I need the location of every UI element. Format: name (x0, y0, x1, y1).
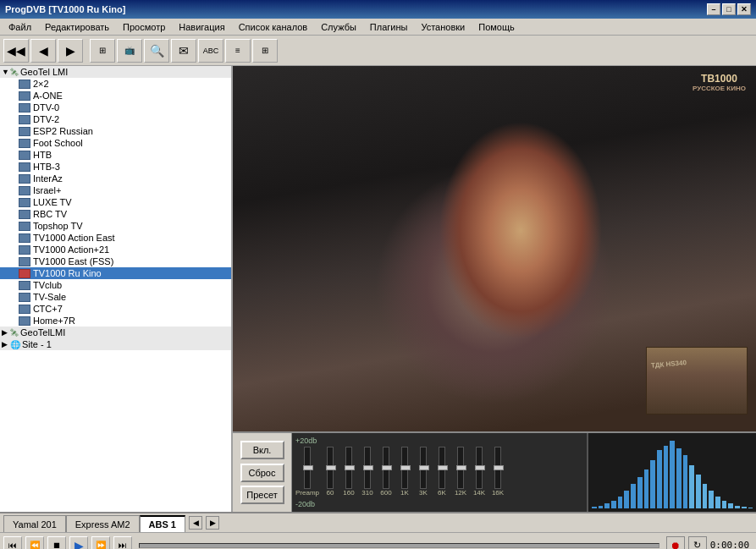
eq-band-16k: 16K (490, 447, 505, 497)
channel-item[interactable]: A-ONE (0, 90, 231, 102)
spectrum-bar (676, 448, 682, 508)
group-site1[interactable]: ▶ 🌐 Site - 1 (0, 338, 231, 350)
eq-bands: Preamp 60 160 (292, 445, 587, 498)
channel-item[interactable]: TV1000 East (FSS) (0, 255, 231, 267)
tab-abs1[interactable]: ABS 1 (140, 515, 185, 532)
record-button[interactable]: ⏺ (666, 536, 685, 550)
toolbar-mail[interactable]: ✉ (171, 39, 196, 63)
btn-rewind[interactable]: ⏪ (25, 536, 44, 550)
eq-thumb-310[interactable] (363, 465, 373, 470)
refresh-button[interactable]: ↻ (688, 536, 707, 550)
menu-plugins[interactable]: Плагины (363, 20, 415, 34)
toolbar-grid[interactable]: ⊞ (252, 39, 278, 63)
toolbar-tv[interactable]: 📺 (117, 39, 142, 63)
menu-settings[interactable]: Установки (414, 20, 472, 34)
toolbar-search[interactable]: 🔍 (144, 39, 169, 63)
eq-slider-60[interactable] (327, 447, 334, 489)
group-geotel-lmi[interactable]: ▼ 🛰 GeoTel LMI (0, 66, 231, 78)
btn-stop[interactable]: ⏹ (47, 536, 66, 550)
channel-item[interactable]: Israel+ (0, 184, 231, 196)
channel-item[interactable]: LUXE TV (0, 196, 231, 208)
btn-forward[interactable]: ⏩ (91, 536, 110, 550)
menu-file[interactable]: Файл (2, 20, 38, 34)
eq-reset-button[interactable]: Сброс (240, 464, 284, 482)
channel-item[interactable]: RBC TV (0, 208, 231, 220)
channel-name: TV1000 East (FSS) (33, 256, 113, 266)
eq-label-1k: 1K (400, 489, 409, 497)
eq-thumb-12k[interactable] (456, 465, 466, 470)
toolbar-list[interactable]: ≡ (225, 39, 251, 63)
eq-thumb-60[interactable] (326, 465, 336, 470)
menu-nav[interactable]: Навигация (172, 20, 231, 34)
eq-slider-preamp[interactable] (304, 447, 311, 489)
satellite-icon: 🛰 (10, 68, 19, 77)
video-frame[interactable]: ТДК HS340 ТВ1000 РУССКОЕ КИНО (233, 66, 756, 431)
eq-slider-14k[interactable] (476, 447, 483, 489)
maximize-button[interactable]: □ (722, 3, 736, 15)
tab-nav-right[interactable]: ▶ (206, 516, 219, 530)
toolbar-back[interactable]: ◀◀ (3, 39, 29, 63)
eq-thumb-preamp[interactable] (303, 465, 313, 470)
channel-item[interactable]: TVclub (0, 279, 231, 291)
tab-yamal201[interactable]: Yamal 201 (3, 515, 66, 532)
eq-slider-1k[interactable] (401, 447, 408, 489)
eq-slider-310[interactable] (364, 447, 371, 489)
eq-slider-16k[interactable] (494, 447, 501, 489)
channel-item[interactable]: HTB-3 (0, 161, 231, 173)
channel-item-selected[interactable]: TV1000 Ru Kino (0, 267, 231, 279)
eq-band-310: 310 (360, 447, 375, 497)
expand-icon2: ▶ (2, 340, 10, 349)
channel-item[interactable]: TV1000 Action East (0, 232, 231, 244)
toolbar-abc[interactable]: ABC (198, 39, 223, 63)
btn-play[interactable]: ▶ (69, 536, 88, 550)
toolbar-prev[interactable]: ◀ (30, 39, 56, 63)
eq-preset-button[interactable]: Пресет (240, 486, 284, 504)
close-button[interactable]: ✕ (737, 3, 751, 15)
eq-label-16k: 16K (492, 489, 504, 497)
channel-item[interactable]: Foot School (0, 137, 231, 149)
channel-item[interactable]: СТС+7 (0, 303, 231, 315)
eq-thumb-14k[interactable] (475, 465, 485, 470)
expand-icon: ▶ (2, 328, 10, 337)
eq-thumb-3k[interactable] (419, 465, 429, 470)
group-geotel-lmi2[interactable]: ▶ 🛰 GeoTelLMI (0, 327, 231, 338)
channel-item[interactable]: InterAz (0, 173, 231, 184)
menu-edit[interactable]: Редактировать (38, 20, 116, 34)
channel-item[interactable]: HTB (0, 149, 231, 161)
eq-thumb-1k[interactable] (400, 465, 411, 470)
eq-slider-12k[interactable] (457, 447, 464, 489)
channel-item[interactable]: ESP2 Russian (0, 125, 231, 137)
menu-bar: Файл Редактировать Просмотр Навигация Сп… (0, 19, 756, 36)
menu-channels[interactable]: Список каналов (232, 20, 315, 34)
btn-next[interactable]: ⏭ (113, 536, 132, 550)
channel-item[interactable]: DTV-2 (0, 113, 231, 125)
menu-help[interactable]: Помощь (472, 20, 521, 34)
tab-express-am2[interactable]: Express AM2 (66, 515, 140, 532)
tab-nav-left[interactable]: ◀ (189, 516, 202, 530)
channel-item[interactable]: TV-Sale (0, 291, 231, 303)
channel-item[interactable]: Topshop TV (0, 220, 231, 232)
eq-thumb-600[interactable] (382, 465, 392, 470)
eq-slider-160[interactable] (345, 447, 352, 489)
eq-on-button[interactable]: Вкл. (240, 441, 284, 459)
menu-services[interactable]: Службы (314, 20, 363, 34)
channel-item[interactable]: DTV-0 (0, 102, 231, 113)
eq-slider-6k[interactable] (439, 447, 445, 489)
toolbar-fullscreen[interactable]: ⊞ (90, 39, 115, 63)
minimize-button[interactable]: – (707, 3, 720, 15)
menu-view[interactable]: Просмотр (116, 20, 172, 34)
btn-prev[interactable]: ⏮ (3, 536, 22, 550)
eq-thumb-160[interactable] (345, 465, 355, 470)
eq-label-6k: 6K (438, 489, 446, 497)
channel-item[interactable]: TV1000 Action+21 (0, 244, 231, 255)
channel-item[interactable]: 2×2 (0, 78, 231, 90)
eq-label-preamp: Preamp (295, 489, 319, 497)
eq-thumb-6k[interactable] (438, 465, 448, 470)
progress-bar[interactable] (139, 543, 659, 548)
group-label: GeoTel LMI (20, 67, 68, 77)
eq-slider-600[interactable] (383, 447, 389, 489)
channel-item[interactable]: Home+7R (0, 315, 231, 327)
toolbar-next[interactable]: ▶ (58, 39, 83, 63)
eq-thumb-16k[interactable] (494, 465, 504, 470)
eq-slider-3k[interactable] (420, 447, 427, 489)
